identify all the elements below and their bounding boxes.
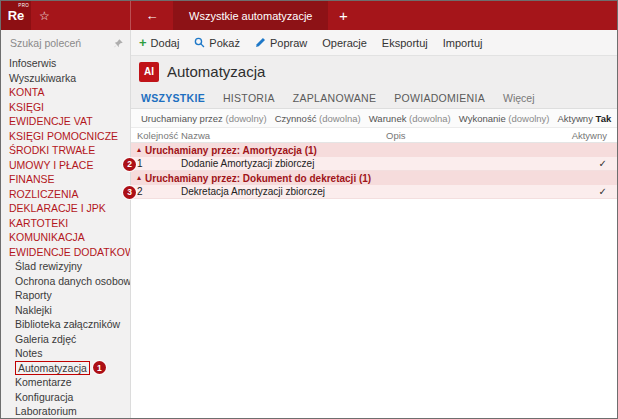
column-header-nazwa[interactable]: Nazwa <box>181 130 386 141</box>
sidebar-menu: Infoserwis Wyszukiwarka KONTA KSIĘGI EWI… <box>1 56 130 418</box>
filter-czynnosc[interactable]: Czynność (dowolna) <box>275 113 361 124</box>
titlebar: Re PRO ☆ ← Wszystkie automatyzacje + <box>1 1 617 30</box>
app-logo[interactable]: Re PRO <box>1 1 31 30</box>
sidebar-item-deklaracje-i-jpk[interactable]: DEKLARACJE I JPK <box>1 201 130 216</box>
sidebar-item-biblioteka-zalacznikow[interactable]: Biblioteka załączników <box>1 317 130 332</box>
filter-wykonanie[interactable]: Wykonanie (dowolny) <box>459 113 550 124</box>
filter-value: (dowolna) <box>409 113 451 124</box>
filter-value: Tak <box>596 113 612 124</box>
sidebar-item-galeria-zdjec[interactable]: Galeria zdjęć <box>1 332 130 347</box>
main-panel: + Dodaj Pokaż Popraw Op <box>131 30 617 418</box>
sidebar-item-laboratorium[interactable]: Laboratorium <box>1 404 130 418</box>
export-button[interactable]: Eksportuj <box>382 37 428 49</box>
sidebar-item-ksiegi-pomocnicze[interactable]: KSIĘGI POMOCNICZE <box>1 129 130 144</box>
group-row-label: Uruchamiany przez: Dokument do dekretacj… <box>145 173 371 184</box>
sidebar-item-ewidencje-dodatkowe[interactable]: EWIDENCJE DODATKOWE <box>1 245 130 260</box>
filter-value: (dowolna) <box>319 113 361 124</box>
command-search[interactable] <box>1 30 130 56</box>
filter-bar: Uruchamiany przez (dowolny) Czynność (do… <box>131 109 617 128</box>
app-window: Re PRO ☆ ← Wszystkie automatyzacje + Inf… <box>0 0 618 419</box>
sidebar-item-naklejki[interactable]: Naklejki <box>1 303 130 318</box>
tab-zaplanowane[interactable]: ZAPLANOWANE <box>293 92 376 104</box>
tab-powiadomienia[interactable]: POWIADOMIENIA <box>394 92 485 104</box>
pencil-icon <box>255 37 266 48</box>
sidebar-item-slad-rewizyjny[interactable]: Ślad rewizyjny <box>1 259 130 274</box>
sidebar-item-ewidencje-vat[interactable]: EWIDENCJE VAT <box>1 114 130 129</box>
sidebar-item-umowy-i-place[interactable]: UMOWY I PŁACE <box>1 158 130 173</box>
sidebar-item-automatyzacja[interactable]: Automatyzacja 1 <box>1 361 130 376</box>
sidebar-item-konfiguracja[interactable]: Konfiguracja <box>1 390 130 405</box>
column-header-aktywny[interactable]: Aktywny <box>567 130 617 141</box>
filter-uruchamiany-przez[interactable]: Uruchamiany przez (dowolny) <box>141 113 267 124</box>
sidebar-item-wyszukiwarka[interactable]: Wyszukiwarka <box>1 71 130 86</box>
sidebar-item-srodki-trwale[interactable]: ŚRODKI TRWAŁE <box>1 143 130 158</box>
import-button-label: Importuj <box>443 37 483 49</box>
collapse-triangle-icon: ▴ <box>137 174 141 182</box>
group-row-amortyzacja[interactable]: ▴ Uruchamiany przez: Amortyzacja (1) <box>131 143 617 157</box>
sidebar-item-kartoteki[interactable]: KARTOTEKI <box>1 216 130 231</box>
callout-3-badge: 3 <box>123 186 136 199</box>
filter-value: (dowolny) <box>225 113 266 124</box>
sidebar-item-raporty[interactable]: Raporty <box>1 288 130 303</box>
row-name: Dekretacja Amortyzacji zbiorczej <box>181 186 386 197</box>
filter-label: Aktywny <box>558 113 593 124</box>
search-icon <box>194 37 205 48</box>
edit-button[interactable]: Popraw <box>255 37 307 49</box>
row-order: 2 <box>131 186 181 197</box>
sidebar-item-notes[interactable]: Notes <box>1 346 130 361</box>
collapse-triangle-icon: ▴ <box>137 146 141 154</box>
sidebar-item-infoserwis[interactable]: Infoserwis <box>1 56 130 71</box>
sidebar-item-komentarze[interactable]: Komentarze <box>1 375 130 390</box>
page-title: Automatyzacja <box>167 63 265 80</box>
ai-module-icon: AI <box>139 62 159 82</box>
tab-historia[interactable]: HISTORIA <box>223 92 275 104</box>
module-header: AI Automatyzacja <box>131 56 617 87</box>
new-tab-button[interactable]: + <box>328 1 358 30</box>
edit-button-label: Popraw <box>270 37 307 49</box>
show-button[interactable]: Pokaż <box>194 37 240 49</box>
row-order: 1 <box>131 158 181 169</box>
tab-wiecej[interactable]: Więcej <box>503 92 535 104</box>
search-input[interactable] <box>8 36 114 50</box>
group-row-label: Uruchamiany przez: Amortyzacja (1) <box>145 145 317 156</box>
sidebar-item-rozliczenia[interactable]: ROZLICZENIA <box>1 187 130 202</box>
table-header: Kolejność Nazwa Opis Aktywny <box>131 128 617 143</box>
plus-icon: + <box>339 7 348 24</box>
import-button[interactable]: Importuj <box>443 37 483 49</box>
callout-2-badge: 2 <box>123 158 136 171</box>
tab-wszystkie[interactable]: WSZYSTKIE <box>141 92 205 104</box>
operations-button-label: Operacje <box>322 37 367 49</box>
sidebar-item-ksiegi[interactable]: KSIĘGI <box>1 100 130 115</box>
filter-aktywny[interactable]: Aktywny Tak <box>558 113 612 124</box>
row-active-check-icon: ✓ <box>567 186 617 197</box>
add-plus-icon: + <box>139 36 147 49</box>
sidebar-item-konta[interactable]: KONTA <box>1 85 130 100</box>
filter-value: (dowolny) <box>508 113 549 124</box>
favorites-star-icon[interactable]: ☆ <box>39 9 50 23</box>
sidebar-item-komunikacja[interactable]: KOMUNIKACJA <box>1 230 130 245</box>
add-button[interactable]: + Dodaj <box>139 36 179 49</box>
toolbar: + Dodaj Pokaż Popraw Op <box>131 30 617 56</box>
operations-button[interactable]: Operacje <box>322 37 367 49</box>
group-row-dokument-do-dekretacji[interactable]: ▴ Uruchamiany przez: Dokument do dekreta… <box>131 171 617 185</box>
filter-label: Uruchamiany przez <box>141 113 223 124</box>
pin-icon[interactable] <box>114 39 123 48</box>
sidebar-item-label: Automatyzacja <box>15 361 90 375</box>
filter-warunek[interactable]: Warunek (dowolna) <box>369 113 451 124</box>
table-row[interactable]: 2 1 Dodanie Amortyzacji zbiorczej ✓ <box>131 157 617 171</box>
column-header-kolejnosc[interactable]: Kolejność <box>131 130 181 141</box>
row-name: Dodanie Amortyzacji zbiorczej <box>181 158 386 169</box>
add-button-label: Dodaj <box>151 37 180 49</box>
sidebar-item-ochrona-danych-osobowych[interactable]: Ochrona danych osobowych <box>1 274 130 289</box>
document-tab-label: Wszystkie automatyzacje <box>189 10 312 22</box>
sidebar: Infoserwis Wyszukiwarka KONTA KSIĘGI EWI… <box>1 30 131 418</box>
column-header-opis[interactable]: Opis <box>386 130 567 141</box>
tab-wszystkie-automatyzacje[interactable]: Wszystkie automatyzacje <box>173 1 328 30</box>
filter-label: Warunek <box>369 113 407 124</box>
view-tabs: WSZYSTKIE HISTORIA ZAPLANOWANE POWIADOMI… <box>131 87 617 109</box>
table-row[interactable]: 3 2 Dekretacja Amortyzacji zbiorczej ✓ <box>131 185 617 199</box>
sidebar-item-finanse[interactable]: FINANSE <box>1 172 130 187</box>
back-button[interactable]: ← <box>131 1 173 30</box>
callout-1-badge: 1 <box>93 361 106 374</box>
window-body: Infoserwis Wyszukiwarka KONTA KSIĘGI EWI… <box>1 30 617 418</box>
